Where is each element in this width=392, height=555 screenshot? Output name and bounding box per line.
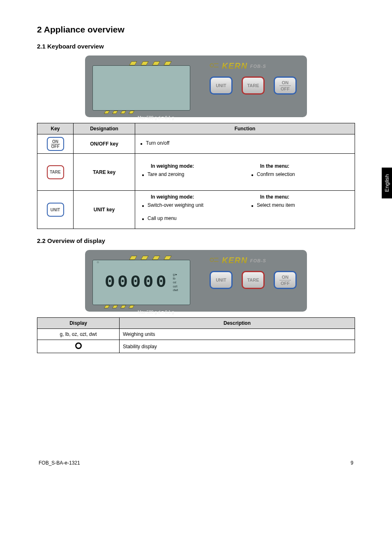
on-off-key-icon: ONOFF [47,137,64,151]
hazard-stripes-icon [92,256,193,260]
fn-text: Call up menu [148,215,177,221]
fn-text: Select menu item [257,202,295,208]
unit-indicators: g ▸ lb oz ozt dwt [173,273,178,292]
hazard-stripes-icon [92,61,193,65]
key-name: UNIT key [74,191,135,229]
lcd-caption: Max 500 g d = 0.1 g [92,310,193,314]
table-row: g, lb, oz, ozt, dwt Weighing units [37,329,355,340]
on-off-button[interactable]: ON OFF [274,271,297,289]
brand-name: KERN [222,256,248,265]
footer-left: FOB_S-BA-e-1321 [39,460,80,466]
language-tab: English [382,168,392,199]
fn-text: Switch-over weighing unit [148,202,203,208]
footer-right: 9 [350,460,353,466]
hazard-stripes-icon [92,305,193,308]
unit-button-label: UNIT [216,278,226,282]
th-key: Key [37,123,74,134]
lcd-digits: 00000 [105,273,169,292]
tare-button[interactable]: TARE [242,76,265,95]
stability-icon: ○ [97,260,99,264]
brand-model: FOB-S [250,64,266,69]
keyboard-table: Key Designation Function ONOFF ON/OFF ke… [37,123,355,229]
table-row: Stability display [37,340,355,353]
brand-logo-icon [210,256,219,265]
lcd-screen [92,65,190,111]
on-off-button[interactable]: ON OFF [274,76,297,95]
stability-icon [75,342,82,349]
device-overview-display: ○ 00000 g ▸ lb oz ozt dwt Max 500 g d = … [85,250,307,312]
display-desc: Weighing units [120,329,355,340]
tare-button[interactable]: TARE [242,271,265,289]
brand-logo-icon [210,62,219,70]
th-display: Display [37,318,120,329]
svg-point-0 [210,64,213,67]
display-value: g, lb, oz, ozt, dwt [37,329,120,340]
table-row: ONOFF ON/OFF key ●Turn on/off [37,134,355,154]
unit-button[interactable]: UNIT [210,271,233,289]
tare-button-label: TARE [247,83,259,88]
off-label: OFF [281,281,290,286]
section-keyboard: 2.1 Keyboard overview [37,43,355,50]
hazard-stripes-icon [92,111,193,114]
brand-model: FOB-S [250,258,266,263]
th-designation: Designation [74,123,135,134]
on-label: ON [282,80,289,85]
fn-heading: In the menu: [249,163,350,169]
unit-button-label: UNIT [216,83,226,88]
unit-key-icon: UNIT [47,203,64,217]
footer: FOB_S-BA-e-1321 9 [37,460,355,466]
svg-point-1 [210,258,213,261]
section-display: 2.2 Overview of display [37,237,355,244]
unit-button[interactable]: UNIT [210,76,233,95]
lcd-caption: Max 500 g d = 0.1 g [92,116,193,120]
th-function: Function [135,123,355,134]
display-desc: Stability display [120,340,355,353]
fn-heading: In the menu: [249,194,350,200]
tare-button-label: TARE [247,278,259,282]
tare-key-icon: TARE [47,165,64,179]
on-label: ON [282,275,289,280]
fn-text: Turn on/off [146,140,169,146]
fn-heading: In weighing mode: [140,194,240,200]
th-description: Description [120,318,355,329]
lcd-screen: ○ 00000 g ▸ lb oz ozt dwt [92,260,190,305]
display-table: Display Description g, lb, oz, ozt, dwt … [37,317,355,353]
brand-name: KERN [222,61,248,71]
table-row: TARE TARE key In weighing mode: ●Tare an… [37,154,355,191]
key-name: ON/OFF key [74,134,135,154]
key-name: TARE key [74,154,135,191]
page-title: 2 Appliance overview [37,25,355,35]
off-label: OFF [281,86,290,91]
fn-text: Tare and zeroing [148,171,184,177]
fn-text: Confirm selection [257,171,295,177]
fn-heading: In weighing mode: [140,163,240,169]
device-overview-keyboard: Max 500 g d = 0.1 g KERN FOB-S UNIT TARE… [85,56,307,117]
table-row: UNIT UNIT key In weighing mode: ●Switch-… [37,191,355,229]
